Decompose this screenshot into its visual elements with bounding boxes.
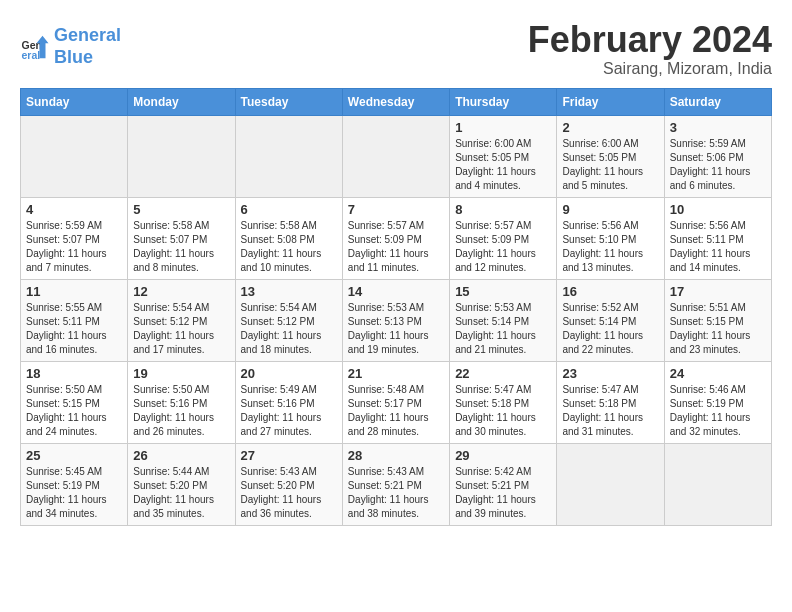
logo-line1: General — [54, 25, 121, 45]
header-thursday: Thursday — [450, 88, 557, 115]
day-number: 27 — [241, 448, 337, 463]
calendar-cell: 2Sunrise: 6:00 AM Sunset: 5:05 PM Daylig… — [557, 115, 664, 197]
day-number: 29 — [455, 448, 551, 463]
calendar-subtitle: Sairang, Mizoram, India — [528, 60, 772, 78]
day-info: Sunrise: 5:47 AM Sunset: 5:18 PM Dayligh… — [562, 383, 658, 439]
calendar-week-4: 18Sunrise: 5:50 AM Sunset: 5:15 PM Dayli… — [21, 361, 772, 443]
day-info: Sunrise: 5:51 AM Sunset: 5:15 PM Dayligh… — [670, 301, 766, 357]
day-info: Sunrise: 5:48 AM Sunset: 5:17 PM Dayligh… — [348, 383, 444, 439]
calendar-cell: 25Sunrise: 5:45 AM Sunset: 5:19 PM Dayli… — [21, 443, 128, 525]
title-block: February 2024 Sairang, Mizoram, India — [528, 20, 772, 78]
day-number: 3 — [670, 120, 766, 135]
day-info: Sunrise: 5:56 AM Sunset: 5:10 PM Dayligh… — [562, 219, 658, 275]
day-number: 17 — [670, 284, 766, 299]
calendar-cell: 14Sunrise: 5:53 AM Sunset: 5:13 PM Dayli… — [342, 279, 449, 361]
calendar-cell: 26Sunrise: 5:44 AM Sunset: 5:20 PM Dayli… — [128, 443, 235, 525]
calendar-cell: 5Sunrise: 5:58 AM Sunset: 5:07 PM Daylig… — [128, 197, 235, 279]
day-info: Sunrise: 5:43 AM Sunset: 5:21 PM Dayligh… — [348, 465, 444, 521]
calendar-cell: 13Sunrise: 5:54 AM Sunset: 5:12 PM Dayli… — [235, 279, 342, 361]
day-number: 9 — [562, 202, 658, 217]
day-info: Sunrise: 5:58 AM Sunset: 5:08 PM Dayligh… — [241, 219, 337, 275]
calendar-cell — [557, 443, 664, 525]
day-info: Sunrise: 5:54 AM Sunset: 5:12 PM Dayligh… — [133, 301, 229, 357]
day-number: 16 — [562, 284, 658, 299]
calendar-cell — [664, 443, 771, 525]
calendar-header-row: SundayMondayTuesdayWednesdayThursdayFrid… — [21, 88, 772, 115]
header-friday: Friday — [557, 88, 664, 115]
day-info: Sunrise: 5:52 AM Sunset: 5:14 PM Dayligh… — [562, 301, 658, 357]
day-number: 28 — [348, 448, 444, 463]
day-info: Sunrise: 5:42 AM Sunset: 5:21 PM Dayligh… — [455, 465, 551, 521]
calendar-week-2: 4Sunrise: 5:59 AM Sunset: 5:07 PM Daylig… — [21, 197, 772, 279]
logo-icon: Gen eral — [20, 32, 50, 62]
calendar-cell: 12Sunrise: 5:54 AM Sunset: 5:12 PM Dayli… — [128, 279, 235, 361]
day-info: Sunrise: 5:53 AM Sunset: 5:14 PM Dayligh… — [455, 301, 551, 357]
day-number: 25 — [26, 448, 122, 463]
day-number: 23 — [562, 366, 658, 381]
calendar-cell: 4Sunrise: 5:59 AM Sunset: 5:07 PM Daylig… — [21, 197, 128, 279]
day-number: 7 — [348, 202, 444, 217]
calendar-cell — [21, 115, 128, 197]
logo-line2: Blue — [54, 47, 93, 67]
calendar-cell: 6Sunrise: 5:58 AM Sunset: 5:08 PM Daylig… — [235, 197, 342, 279]
calendar-cell: 1Sunrise: 6:00 AM Sunset: 5:05 PM Daylig… — [450, 115, 557, 197]
day-info: Sunrise: 5:59 AM Sunset: 5:06 PM Dayligh… — [670, 137, 766, 193]
day-number: 2 — [562, 120, 658, 135]
day-info: Sunrise: 5:54 AM Sunset: 5:12 PM Dayligh… — [241, 301, 337, 357]
calendar-title: February 2024 — [528, 20, 772, 60]
day-info: Sunrise: 6:00 AM Sunset: 5:05 PM Dayligh… — [455, 137, 551, 193]
logo: Gen eral General Blue — [20, 25, 121, 68]
day-number: 24 — [670, 366, 766, 381]
calendar-cell: 10Sunrise: 5:56 AM Sunset: 5:11 PM Dayli… — [664, 197, 771, 279]
calendar-cell: 15Sunrise: 5:53 AM Sunset: 5:14 PM Dayli… — [450, 279, 557, 361]
header-saturday: Saturday — [664, 88, 771, 115]
day-number: 10 — [670, 202, 766, 217]
calendar-cell — [342, 115, 449, 197]
day-info: Sunrise: 5:49 AM Sunset: 5:16 PM Dayligh… — [241, 383, 337, 439]
logo-text: General Blue — [54, 25, 121, 68]
day-number: 14 — [348, 284, 444, 299]
page-header: Gen eral General Blue February 2024 Sair… — [20, 20, 772, 78]
day-info: Sunrise: 5:50 AM Sunset: 5:15 PM Dayligh… — [26, 383, 122, 439]
day-info: Sunrise: 5:46 AM Sunset: 5:19 PM Dayligh… — [670, 383, 766, 439]
calendar-cell: 7Sunrise: 5:57 AM Sunset: 5:09 PM Daylig… — [342, 197, 449, 279]
day-info: Sunrise: 5:56 AM Sunset: 5:11 PM Dayligh… — [670, 219, 766, 275]
calendar-cell: 17Sunrise: 5:51 AM Sunset: 5:15 PM Dayli… — [664, 279, 771, 361]
day-number: 22 — [455, 366, 551, 381]
calendar-cell — [128, 115, 235, 197]
day-number: 5 — [133, 202, 229, 217]
day-info: Sunrise: 5:55 AM Sunset: 5:11 PM Dayligh… — [26, 301, 122, 357]
day-number: 26 — [133, 448, 229, 463]
calendar-cell: 9Sunrise: 5:56 AM Sunset: 5:10 PM Daylig… — [557, 197, 664, 279]
calendar-cell: 28Sunrise: 5:43 AM Sunset: 5:21 PM Dayli… — [342, 443, 449, 525]
day-info: Sunrise: 5:45 AM Sunset: 5:19 PM Dayligh… — [26, 465, 122, 521]
day-number: 19 — [133, 366, 229, 381]
header-tuesday: Tuesday — [235, 88, 342, 115]
day-info: Sunrise: 5:57 AM Sunset: 5:09 PM Dayligh… — [348, 219, 444, 275]
day-number: 13 — [241, 284, 337, 299]
day-number: 1 — [455, 120, 551, 135]
day-number: 6 — [241, 202, 337, 217]
svg-text:eral: eral — [22, 49, 41, 61]
day-info: Sunrise: 5:59 AM Sunset: 5:07 PM Dayligh… — [26, 219, 122, 275]
day-number: 18 — [26, 366, 122, 381]
calendar-cell: 11Sunrise: 5:55 AM Sunset: 5:11 PM Dayli… — [21, 279, 128, 361]
calendar-cell: 29Sunrise: 5:42 AM Sunset: 5:21 PM Dayli… — [450, 443, 557, 525]
calendar-cell: 24Sunrise: 5:46 AM Sunset: 5:19 PM Dayli… — [664, 361, 771, 443]
calendar-cell: 27Sunrise: 5:43 AM Sunset: 5:20 PM Dayli… — [235, 443, 342, 525]
calendar-cell: 18Sunrise: 5:50 AM Sunset: 5:15 PM Dayli… — [21, 361, 128, 443]
calendar-cell: 16Sunrise: 5:52 AM Sunset: 5:14 PM Dayli… — [557, 279, 664, 361]
day-number: 15 — [455, 284, 551, 299]
calendar-cell: 20Sunrise: 5:49 AM Sunset: 5:16 PM Dayli… — [235, 361, 342, 443]
day-info: Sunrise: 6:00 AM Sunset: 5:05 PM Dayligh… — [562, 137, 658, 193]
header-sunday: Sunday — [21, 88, 128, 115]
header-monday: Monday — [128, 88, 235, 115]
calendar-cell — [235, 115, 342, 197]
calendar-cell: 23Sunrise: 5:47 AM Sunset: 5:18 PM Dayli… — [557, 361, 664, 443]
day-number: 20 — [241, 366, 337, 381]
calendar-cell: 8Sunrise: 5:57 AM Sunset: 5:09 PM Daylig… — [450, 197, 557, 279]
day-info: Sunrise: 5:53 AM Sunset: 5:13 PM Dayligh… — [348, 301, 444, 357]
header-wednesday: Wednesday — [342, 88, 449, 115]
calendar-cell: 21Sunrise: 5:48 AM Sunset: 5:17 PM Dayli… — [342, 361, 449, 443]
day-number: 12 — [133, 284, 229, 299]
